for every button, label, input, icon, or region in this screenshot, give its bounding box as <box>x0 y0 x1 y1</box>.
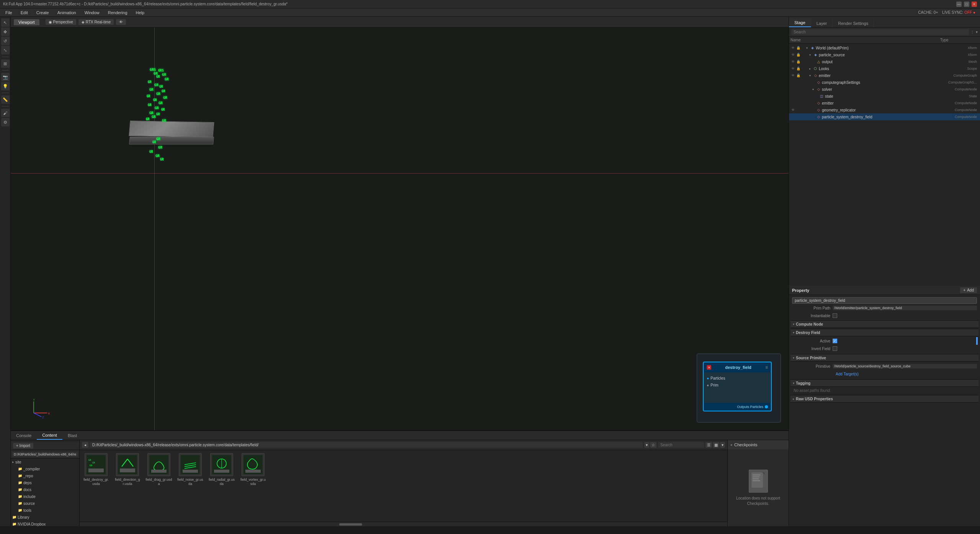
vis-icon-ps[interactable]: 👁 <box>791 52 795 57</box>
fb-scrollbar[interactable] <box>80 522 727 526</box>
fb-filter2-button[interactable]: ▾ <box>720 442 725 448</box>
tree-row-cgs[interactable]: · · ◇ computegraphSettings ComputeGraphS… <box>789 79 980 86</box>
menu-animation[interactable]: Animation <box>54 10 80 16</box>
menu-create[interactable]: Create <box>33 10 53 16</box>
tool-snap[interactable]: ⊞ <box>1 59 10 68</box>
tree-row-state[interactable]: · · ◫ state State <box>789 93 980 100</box>
section-compute-node[interactable]: ▾ Compute Node <box>791 320 978 328</box>
tool-select[interactable]: ↖ <box>1 18 10 27</box>
stage-search-options[interactable]: ⋮ <box>970 30 974 34</box>
tree-row-solver[interactable]: · · ▾ ◇ solver ComputeNode <box>789 86 980 93</box>
active-checkbox[interactable]: ✓ <box>833 339 837 343</box>
tree-row-world[interactable]: 👁 🔒 ▾ ◈ World (defaultPrim) Xform <box>789 44 980 51</box>
invert-field-checkbox[interactable] <box>833 346 837 351</box>
lock-icon-out[interactable]: 🔒 <box>796 59 800 64</box>
fb-item-docs[interactable]: 📁 docs <box>11 486 79 493</box>
fb-item-tools[interactable]: 📁 tools <box>11 507 79 514</box>
add-button[interactable]: + Add <box>960 287 977 293</box>
vis-icon-looks[interactable]: 👁 <box>791 66 795 71</box>
viewport-tab[interactable]: Viewport <box>14 19 39 25</box>
section-source-primitive[interactable]: ▾ Source Primitive <box>791 354 978 362</box>
fb-filter-button[interactable]: ▾ <box>644 442 649 448</box>
file-item-5[interactable]: field_vortex_gr.usda <box>240 453 266 486</box>
fb-scrollbar-thumb[interactable] <box>339 523 362 526</box>
tree-row-output[interactable]: 👁 🔒 △ output Mesh <box>789 58 980 65</box>
vis-icon-out[interactable]: 👁 <box>791 59 795 64</box>
file-item-4[interactable]: field_radial_gr.usda <box>208 453 235 486</box>
fb-item-library[interactable]: 📁 Library <box>11 514 79 521</box>
fb-list-view-button[interactable]: ☰ <box>706 442 712 448</box>
fb-item-include[interactable]: 📁 include <box>11 493 79 500</box>
tree-row-psd[interactable]: · · ◇ particle_system_destroy_field Comp… <box>789 113 980 120</box>
file-item-3[interactable]: field_noise_gr.usda <box>177 453 204 486</box>
tab-render-settings[interactable]: Render Settings <box>833 20 874 27</box>
tab-console[interactable]: Console <box>11 432 37 439</box>
tree-row-particle-source[interactable]: 👁 🔒 ▾ ◈ particle_source Xform <box>789 51 980 58</box>
tab-layer[interactable]: Layer <box>811 20 833 27</box>
name-input[interactable] <box>792 297 977 304</box>
lock-icon-world[interactable]: 🔒 <box>796 46 800 50</box>
fb-bookmark-button[interactable]: ☆ <box>650 442 657 448</box>
rtx-button[interactable]: ◈ RTX Real-time <box>78 19 114 25</box>
tool-measure[interactable]: 📏 <box>1 95 10 104</box>
folder-icon-docs: 📁 <box>18 488 22 491</box>
node-menu-icon[interactable]: ≡ <box>765 365 768 370</box>
menu-window[interactable]: Window <box>81 10 103 16</box>
vis-icon-geomrep[interactable]: 👁 <box>791 108 795 112</box>
fb-label-source: source <box>23 501 35 506</box>
tool-settings[interactable]: ⚙ <box>1 118 10 126</box>
path-input[interactable] <box>12 452 78 457</box>
tree-row-geomrep[interactable]: 👁 · ◇ geometry_replicator ComputeNode <box>789 106 980 113</box>
stage-search-input[interactable] <box>791 29 969 35</box>
tool-paint[interactable]: 🖌 <box>1 109 10 117</box>
add-target-button[interactable]: Add Target(s) <box>833 371 862 377</box>
lock-icon-ps[interactable]: 🔒 <box>796 52 800 57</box>
fb-item-repo[interactable]: 📁 _repo <box>11 472 79 479</box>
tab-content[interactable]: Content <box>37 431 62 440</box>
section-destroy-field[interactable]: ▾ Destroy Field <box>791 329 978 336</box>
vis-icon-em[interactable]: 👁 <box>791 73 795 78</box>
lock-icon-em[interactable]: 🔒 <box>796 73 800 78</box>
perspective-button[interactable]: ◉ Perspective <box>46 19 76 25</box>
section-tagging[interactable]: ▾ Tagging <box>791 379 978 387</box>
tab-stage[interactable]: Stage <box>789 19 811 27</box>
tree-row-emitter[interactable]: 👁 🔒 ▾ ◇ emitter ComputeGraph <box>789 72 980 79</box>
menu-help[interactable]: Help <box>132 10 149 16</box>
vis-icon-world[interactable]: 👁 <box>791 46 795 50</box>
file-item-2[interactable]: field_drag_gr.usda <box>145 453 172 486</box>
fb-item-deps[interactable]: 📁 deps <box>11 479 79 486</box>
tab-blast[interactable]: Blast <box>62 432 82 439</box>
tree-row-looks[interactable]: 👁 🔒 ▸ ⬡ Looks Scope <box>789 65 980 72</box>
tool-camera[interactable]: 📷 <box>1 73 10 81</box>
tool-light[interactable]: 💡 <box>1 82 10 90</box>
node-close-icon[interactable]: ✕ <box>707 365 711 370</box>
fb-item-site[interactable]: ▸ site <box>11 459 79 465</box>
fb-grid-view-button[interactable]: ▦ <box>713 442 719 448</box>
instantiable-checkbox[interactable] <box>833 313 837 318</box>
fb-item-compiler[interactable]: 📁 _compiler <box>11 465 79 472</box>
tree-row-emitter2[interactable]: · · ◇ emitter ComputeNode <box>789 100 980 106</box>
node-box[interactable]: ✕ destroy_field ≡ ● Particles <box>703 362 772 411</box>
close-button[interactable]: ✕ <box>972 2 977 7</box>
tool-move[interactable]: ✥ <box>1 28 10 36</box>
menu-edit[interactable]: Edit <box>17 10 32 16</box>
menu-file[interactable]: File <box>2 10 16 16</box>
file-item-1[interactable]: field_direction_gr.usda <box>114 453 141 486</box>
tool-rotate[interactable]: ↺ <box>1 37 10 45</box>
fb-item-nvidia[interactable]: 📁 NVIDIA Dropbox <box>11 521 79 526</box>
menu-rendering[interactable]: Rendering <box>104 10 131 16</box>
minimize-button[interactable]: — <box>956 2 962 7</box>
fb-search-input[interactable] <box>658 442 704 448</box>
file-item-0[interactable]: GR GR GR field_destroy_gr.usda <box>83 453 109 486</box>
stage-search-filter[interactable]: ▾ <box>976 30 978 34</box>
fb-back-button[interactable]: ◂ <box>82 442 88 448</box>
fb-item-source[interactable]: 📁 source <box>11 500 79 507</box>
import-button[interactable]: + Import <box>13 443 33 449</box>
fb-path-input[interactable] <box>90 442 643 448</box>
lock-icon-looks[interactable]: 🔒 <box>796 66 800 71</box>
tool-scale[interactable]: ⤡ <box>1 46 10 54</box>
section-raw-usd[interactable]: ▸ Raw USD Properties <box>791 395 978 403</box>
eye-button[interactable]: 👁 <box>116 19 126 25</box>
maximize-button[interactable]: □ <box>964 2 969 7</box>
file-name-3: field_noise_gr.usda <box>177 478 204 486</box>
